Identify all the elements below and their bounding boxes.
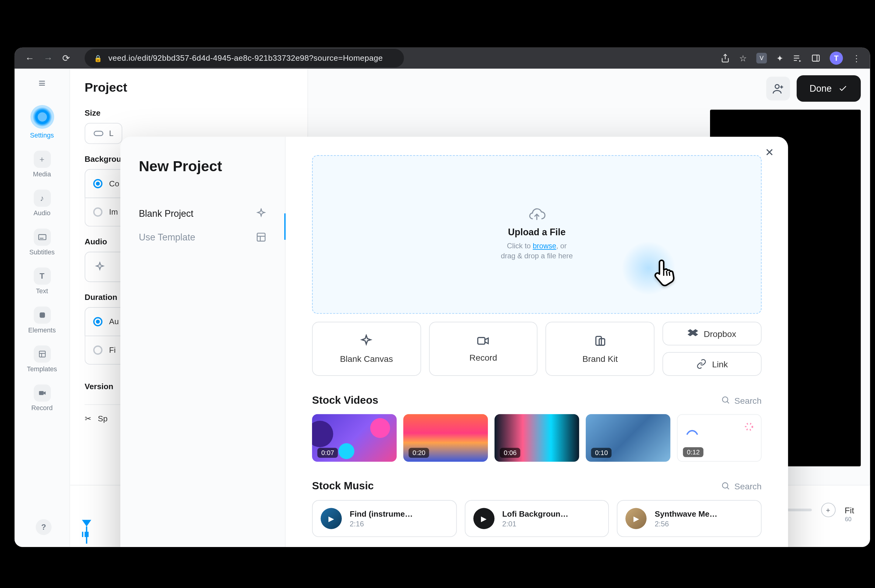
- sidebar-item-settings[interactable]: Settings: [15, 100, 69, 144]
- sidebar-item-subtitles[interactable]: Subtitles: [15, 223, 69, 261]
- link-icon: [696, 359, 707, 369]
- left-sidebar: ≡ Settings ＋ Media ♪ Audio Subtitles T: [15, 69, 70, 547]
- stock-music-title: Stock Music: [312, 480, 374, 492]
- svg-line-22: [666, 271, 667, 276]
- stock-video-thumb[interactable]: 0:06: [495, 414, 579, 462]
- sidebar-item-templates[interactable]: Templates: [15, 340, 69, 378]
- play-icon[interactable]: ▶: [625, 508, 647, 529]
- profile-avatar[interactable]: T: [830, 52, 843, 65]
- forward-button[interactable]: →: [44, 53, 53, 63]
- size-select[interactable]: L: [85, 123, 122, 144]
- track-title: Synthwave Me…: [655, 509, 717, 519]
- browser-window: ← → ⟳ 🔒 veed.io/edit/92bbd357-6d4d-4945-…: [15, 48, 870, 547]
- play-icon[interactable]: ▶: [473, 508, 494, 529]
- svg-point-29: [746, 423, 753, 430]
- track-title: Find (instrume…: [350, 509, 413, 519]
- music-track[interactable]: ▶ Find (instrume… 2:16: [312, 500, 457, 537]
- record-button[interactable]: Record: [429, 322, 538, 376]
- panel-icon[interactable]: [811, 53, 820, 63]
- reload-button[interactable]: ⟳: [62, 53, 70, 63]
- address-bar[interactable]: 🔒 veed.io/edit/92bbd357-6d4d-4945-ae8c-9…: [85, 49, 404, 68]
- dropzone-hint: Click to browse, or drag & drop a file h…: [501, 241, 573, 261]
- svg-point-14: [775, 85, 779, 88]
- text-icon: T: [33, 267, 51, 285]
- dropzone-title: Upload a File: [508, 226, 566, 237]
- link-button[interactable]: Link: [662, 352, 761, 376]
- panel-title: Project: [85, 81, 293, 95]
- track-duration: 2:01: [502, 520, 568, 528]
- svg-point-30: [722, 483, 728, 488]
- stock-video-thumb[interactable]: 0:12: [677, 414, 762, 462]
- search-icon: [721, 482, 731, 490]
- music-note-icon: ♪: [33, 190, 51, 207]
- playhead-icon[interactable]: [82, 520, 91, 526]
- radio-icon: [93, 345, 102, 354]
- svg-rect-12: [39, 391, 43, 395]
- play-icon[interactable]: ▶: [320, 508, 342, 529]
- search-icon: [721, 396, 731, 405]
- sidebar-item-text[interactable]: T Text: [15, 262, 69, 300]
- zoom-in-icon[interactable]: +: [821, 503, 836, 517]
- browser-chrome: ← → ⟳ 🔒 veed.io/edit/92bbd357-6d4d-4945-…: [15, 48, 870, 69]
- undo-button[interactable]: [735, 76, 759, 100]
- browse-link[interactable]: browse: [533, 242, 556, 249]
- back-to-dashboard[interactable]: ‹ Back to Dashboard: [139, 546, 221, 547]
- fit-button[interactable]: Fit: [845, 505, 854, 515]
- sparkle-icon: [360, 334, 373, 347]
- brand-kit-button[interactable]: Brand Kit: [546, 322, 654, 376]
- svg-rect-6: [38, 235, 45, 240]
- stock-video-thumb[interactable]: 0:10: [586, 414, 671, 462]
- help-button[interactable]: ?: [36, 519, 52, 535]
- hamburger-icon[interactable]: ≡: [39, 76, 45, 90]
- stock-video-thumb[interactable]: 0:20: [403, 414, 488, 462]
- dropbox-icon: [688, 329, 699, 338]
- music-track[interactable]: ▶ Lofi Backgroun… 2:01: [465, 500, 609, 537]
- sparkle-icon: [256, 208, 266, 219]
- blank-canvas-button[interactable]: Blank Canvas: [312, 322, 421, 376]
- sidebar-label: Media: [33, 170, 51, 178]
- extension-badge[interactable]: V: [756, 53, 767, 63]
- cloud-upload-icon: [528, 208, 546, 222]
- dropbox-button[interactable]: Dropbox: [662, 322, 761, 345]
- sidebar-item-media[interactable]: ＋ Media: [15, 146, 69, 183]
- close-button[interactable]: ✕: [765, 146, 774, 159]
- svg-rect-13: [94, 131, 103, 136]
- stock-video-thumb[interactable]: 0:07: [312, 414, 397, 462]
- sidebar-item-elements[interactable]: Elements: [15, 301, 69, 339]
- settings-icon: [30, 105, 54, 129]
- done-button[interactable]: Done: [796, 75, 861, 102]
- modal-sidebar: New Project Blank Project Use Template ‹…: [120, 136, 286, 547]
- modal-content: ✕ Upload a File Click to browse, or drag…: [286, 136, 788, 547]
- modal-title: New Project: [139, 158, 266, 175]
- invite-button[interactable]: [766, 76, 789, 100]
- top-controls: Done: [735, 75, 861, 102]
- stock-videos-search[interactable]: Search: [721, 395, 762, 405]
- stock-music-search[interactable]: Search: [721, 481, 762, 491]
- extensions-icon[interactable]: ✦: [776, 53, 783, 63]
- radio-icon: [93, 317, 102, 326]
- sidebar-item-audio[interactable]: ♪ Audio: [15, 184, 69, 222]
- camera-icon: [33, 384, 51, 402]
- template-icon: [33, 345, 51, 363]
- stock-music-list: ▶ Find (instrume… 2:16 ▶ Lofi Backgroun……: [312, 500, 762, 537]
- video-duration: 0:07: [317, 448, 338, 458]
- star-icon[interactable]: ☆: [739, 53, 747, 63]
- timeline-ticks: [82, 532, 89, 537]
- menu-icon[interactable]: ⋮: [852, 53, 861, 63]
- stock-video-list: 0:07 0:20 0:06 0:10 0:12: [312, 414, 762, 462]
- upload-dropzone[interactable]: Upload a File Click to browse, or drag &…: [312, 155, 762, 314]
- svg-rect-8: [39, 312, 44, 318]
- use-template-option[interactable]: Use Template: [139, 225, 266, 249]
- sidebar-item-record[interactable]: Record: [15, 379, 69, 417]
- svg-rect-7: [39, 238, 43, 238]
- back-button[interactable]: ←: [25, 53, 34, 63]
- music-track[interactable]: ▶ Synthwave Me… 2:56: [617, 500, 762, 537]
- camera-icon: [477, 335, 490, 346]
- svg-rect-25: [596, 336, 601, 345]
- blank-project-option[interactable]: Blank Project: [139, 202, 266, 225]
- svg-line-28: [727, 401, 729, 403]
- track-title: Lofi Backgroun…: [502, 509, 568, 519]
- playlist-icon[interactable]: [793, 53, 802, 63]
- share-icon[interactable]: [721, 53, 730, 63]
- palette-icon: [593, 334, 607, 347]
